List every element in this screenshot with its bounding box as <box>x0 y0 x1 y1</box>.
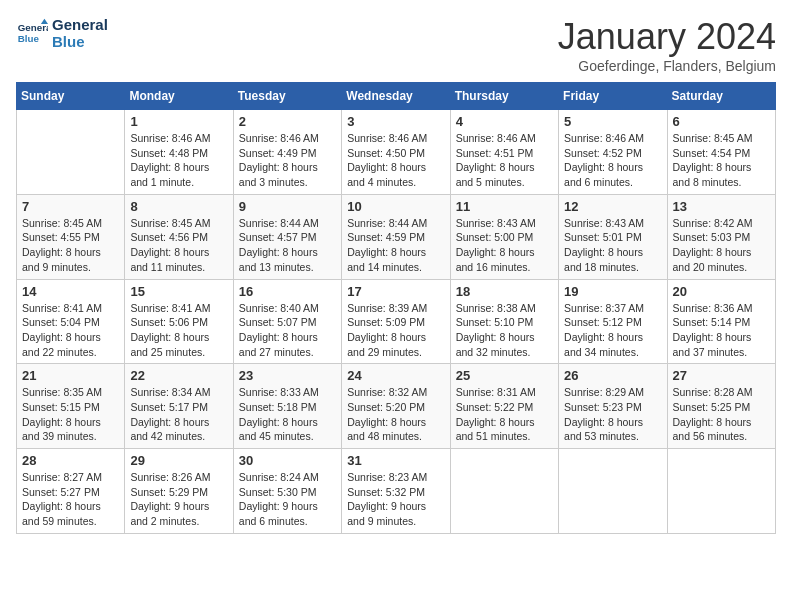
calendar-cell: 5Sunrise: 8:46 AM Sunset: 4:52 PM Daylig… <box>559 110 667 195</box>
calendar-cell: 2Sunrise: 8:46 AM Sunset: 4:49 PM Daylig… <box>233 110 341 195</box>
calendar-cell: 14Sunrise: 8:41 AM Sunset: 5:04 PM Dayli… <box>17 279 125 364</box>
calendar-cell: 13Sunrise: 8:42 AM Sunset: 5:03 PM Dayli… <box>667 194 775 279</box>
calendar-cell: 24Sunrise: 8:32 AM Sunset: 5:20 PM Dayli… <box>342 364 450 449</box>
logo-text-blue: Blue <box>52 33 108 50</box>
cell-content: Sunrise: 8:35 AM Sunset: 5:15 PM Dayligh… <box>22 385 119 444</box>
calendar-cell <box>450 449 558 534</box>
calendar-cell: 4Sunrise: 8:46 AM Sunset: 4:51 PM Daylig… <box>450 110 558 195</box>
cell-content: Sunrise: 8:45 AM Sunset: 4:54 PM Dayligh… <box>673 131 770 190</box>
day-header-friday: Friday <box>559 83 667 110</box>
day-number: 24 <box>347 368 444 383</box>
day-number: 8 <box>130 199 227 214</box>
day-number: 18 <box>456 284 553 299</box>
cell-content: Sunrise: 8:37 AM Sunset: 5:12 PM Dayligh… <box>564 301 661 360</box>
week-row-1: 1Sunrise: 8:46 AM Sunset: 4:48 PM Daylig… <box>17 110 776 195</box>
calendar-cell: 17Sunrise: 8:39 AM Sunset: 5:09 PM Dayli… <box>342 279 450 364</box>
day-number: 10 <box>347 199 444 214</box>
day-header-saturday: Saturday <box>667 83 775 110</box>
day-number: 1 <box>130 114 227 129</box>
calendar-cell: 3Sunrise: 8:46 AM Sunset: 4:50 PM Daylig… <box>342 110 450 195</box>
calendar-cell: 10Sunrise: 8:44 AM Sunset: 4:59 PM Dayli… <box>342 194 450 279</box>
cell-content: Sunrise: 8:32 AM Sunset: 5:20 PM Dayligh… <box>347 385 444 444</box>
cell-content: Sunrise: 8:28 AM Sunset: 5:25 PM Dayligh… <box>673 385 770 444</box>
calendar-cell: 7Sunrise: 8:45 AM Sunset: 4:55 PM Daylig… <box>17 194 125 279</box>
calendar-cell: 29Sunrise: 8:26 AM Sunset: 5:29 PM Dayli… <box>125 449 233 534</box>
day-number: 5 <box>564 114 661 129</box>
calendar-cell: 31Sunrise: 8:23 AM Sunset: 5:32 PM Dayli… <box>342 449 450 534</box>
logo-text-general: General <box>52 16 108 33</box>
cell-content: Sunrise: 8:27 AM Sunset: 5:27 PM Dayligh… <box>22 470 119 529</box>
cell-content: Sunrise: 8:41 AM Sunset: 5:06 PM Dayligh… <box>130 301 227 360</box>
calendar-cell: 21Sunrise: 8:35 AM Sunset: 5:15 PM Dayli… <box>17 364 125 449</box>
cell-content: Sunrise: 8:46 AM Sunset: 4:52 PM Dayligh… <box>564 131 661 190</box>
cell-content: Sunrise: 8:26 AM Sunset: 5:29 PM Dayligh… <box>130 470 227 529</box>
day-number: 20 <box>673 284 770 299</box>
day-number: 31 <box>347 453 444 468</box>
cell-content: Sunrise: 8:46 AM Sunset: 4:50 PM Dayligh… <box>347 131 444 190</box>
cell-content: Sunrise: 8:44 AM Sunset: 4:59 PM Dayligh… <box>347 216 444 275</box>
day-number: 13 <box>673 199 770 214</box>
cell-content: Sunrise: 8:43 AM Sunset: 5:01 PM Dayligh… <box>564 216 661 275</box>
day-number: 15 <box>130 284 227 299</box>
cell-content: Sunrise: 8:33 AM Sunset: 5:18 PM Dayligh… <box>239 385 336 444</box>
calendar-cell: 6Sunrise: 8:45 AM Sunset: 4:54 PM Daylig… <box>667 110 775 195</box>
day-number: 3 <box>347 114 444 129</box>
day-number: 11 <box>456 199 553 214</box>
calendar-cell: 11Sunrise: 8:43 AM Sunset: 5:00 PM Dayli… <box>450 194 558 279</box>
day-number: 16 <box>239 284 336 299</box>
calendar-cell: 16Sunrise: 8:40 AM Sunset: 5:07 PM Dayli… <box>233 279 341 364</box>
calendar-cell: 18Sunrise: 8:38 AM Sunset: 5:10 PM Dayli… <box>450 279 558 364</box>
cell-content: Sunrise: 8:29 AM Sunset: 5:23 PM Dayligh… <box>564 385 661 444</box>
cell-content: Sunrise: 8:46 AM Sunset: 4:51 PM Dayligh… <box>456 131 553 190</box>
cell-content: Sunrise: 8:45 AM Sunset: 4:56 PM Dayligh… <box>130 216 227 275</box>
calendar-table: SundayMondayTuesdayWednesdayThursdayFrid… <box>16 82 776 534</box>
week-row-2: 7Sunrise: 8:45 AM Sunset: 4:55 PM Daylig… <box>17 194 776 279</box>
cell-content: Sunrise: 8:46 AM Sunset: 4:48 PM Dayligh… <box>130 131 227 190</box>
cell-content: Sunrise: 8:43 AM Sunset: 5:00 PM Dayligh… <box>456 216 553 275</box>
calendar-cell: 9Sunrise: 8:44 AM Sunset: 4:57 PM Daylig… <box>233 194 341 279</box>
day-header-wednesday: Wednesday <box>342 83 450 110</box>
logo: General Blue General Blue <box>16 16 108 50</box>
svg-text:Blue: Blue <box>18 33 40 44</box>
calendar-cell: 26Sunrise: 8:29 AM Sunset: 5:23 PM Dayli… <box>559 364 667 449</box>
day-number: 30 <box>239 453 336 468</box>
calendar-cell <box>559 449 667 534</box>
day-header-tuesday: Tuesday <box>233 83 341 110</box>
day-header-sunday: Sunday <box>17 83 125 110</box>
day-number: 4 <box>456 114 553 129</box>
cell-content: Sunrise: 8:44 AM Sunset: 4:57 PM Dayligh… <box>239 216 336 275</box>
day-number: 29 <box>130 453 227 468</box>
day-number: 12 <box>564 199 661 214</box>
cell-content: Sunrise: 8:24 AM Sunset: 5:30 PM Dayligh… <box>239 470 336 529</box>
day-number: 2 <box>239 114 336 129</box>
calendar-cell: 12Sunrise: 8:43 AM Sunset: 5:01 PM Dayli… <box>559 194 667 279</box>
day-number: 22 <box>130 368 227 383</box>
cell-content: Sunrise: 8:38 AM Sunset: 5:10 PM Dayligh… <box>456 301 553 360</box>
calendar-cell: 23Sunrise: 8:33 AM Sunset: 5:18 PM Dayli… <box>233 364 341 449</box>
calendar-body: 1Sunrise: 8:46 AM Sunset: 4:48 PM Daylig… <box>17 110 776 534</box>
calendar-cell: 1Sunrise: 8:46 AM Sunset: 4:48 PM Daylig… <box>125 110 233 195</box>
day-header-thursday: Thursday <box>450 83 558 110</box>
cell-content: Sunrise: 8:40 AM Sunset: 5:07 PM Dayligh… <box>239 301 336 360</box>
calendar-cell: 15Sunrise: 8:41 AM Sunset: 5:06 PM Dayli… <box>125 279 233 364</box>
header-row: SundayMondayTuesdayWednesdayThursdayFrid… <box>17 83 776 110</box>
calendar-cell: 27Sunrise: 8:28 AM Sunset: 5:25 PM Dayli… <box>667 364 775 449</box>
calendar-cell: 20Sunrise: 8:36 AM Sunset: 5:14 PM Dayli… <box>667 279 775 364</box>
month-title: January 2024 <box>558 16 776 58</box>
calendar-cell: 25Sunrise: 8:31 AM Sunset: 5:22 PM Dayli… <box>450 364 558 449</box>
day-number: 14 <box>22 284 119 299</box>
week-row-4: 21Sunrise: 8:35 AM Sunset: 5:15 PM Dayli… <box>17 364 776 449</box>
cell-content: Sunrise: 8:23 AM Sunset: 5:32 PM Dayligh… <box>347 470 444 529</box>
calendar-header: SundayMondayTuesdayWednesdayThursdayFrid… <box>17 83 776 110</box>
calendar-cell: 28Sunrise: 8:27 AM Sunset: 5:27 PM Dayli… <box>17 449 125 534</box>
day-number: 7 <box>22 199 119 214</box>
day-header-monday: Monday <box>125 83 233 110</box>
logo-icon: General Blue <box>16 17 48 49</box>
day-number: 25 <box>456 368 553 383</box>
day-number: 23 <box>239 368 336 383</box>
cell-content: Sunrise: 8:36 AM Sunset: 5:14 PM Dayligh… <box>673 301 770 360</box>
cell-content: Sunrise: 8:34 AM Sunset: 5:17 PM Dayligh… <box>130 385 227 444</box>
day-number: 17 <box>347 284 444 299</box>
cell-content: Sunrise: 8:31 AM Sunset: 5:22 PM Dayligh… <box>456 385 553 444</box>
calendar-cell <box>667 449 775 534</box>
